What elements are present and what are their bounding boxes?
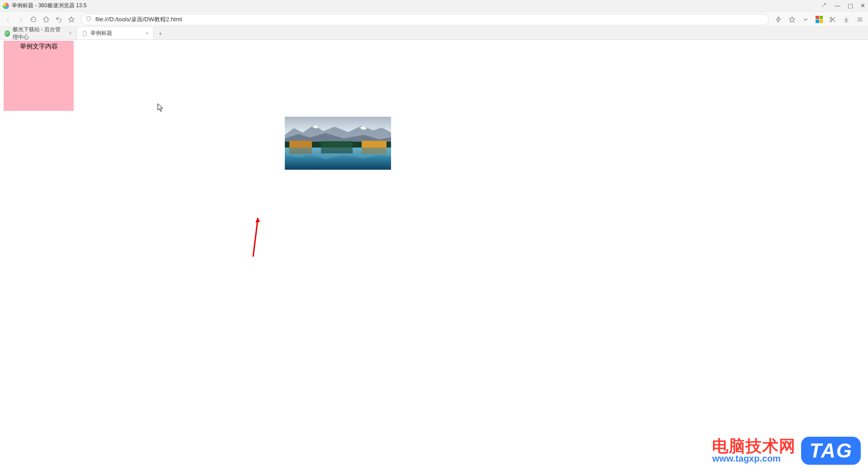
svg-rect-14	[321, 141, 353, 148]
minimize-button[interactable]: —	[835, 2, 840, 9]
wand-icon[interactable]	[821, 2, 827, 10]
tab-active[interactable]: 举例标题 ×	[77, 27, 154, 39]
watermark-url: www.tagxp.com	[712, 453, 781, 464]
menu-icon[interactable]	[856, 16, 863, 23]
page-viewport: 举例文字内容	[0, 40, 868, 472]
bookmark-star-button[interactable]	[68, 16, 75, 23]
window-title: 举例标题 - 360极速浏览器 13.5	[12, 2, 86, 10]
navbar-right	[775, 16, 863, 23]
tab-label: 举例标题	[90, 29, 112, 37]
download-icon[interactable]	[843, 16, 850, 23]
example-text: 举例文字内容	[20, 43, 58, 50]
svg-marker-20	[255, 217, 260, 223]
close-tab-icon[interactable]: ×	[146, 30, 149, 37]
new-tab-button[interactable]: +	[154, 27, 167, 39]
favicon-page-icon	[81, 30, 88, 37]
svg-rect-13	[362, 141, 387, 148]
svg-rect-12	[289, 141, 312, 148]
url-input[interactable]	[95, 16, 764, 23]
mouse-cursor-icon	[157, 103, 164, 112]
watermark-tag: TAG	[801, 437, 861, 465]
example-text-box: 举例文字内容	[4, 41, 74, 111]
svg-line-19	[253, 220, 258, 256]
svg-marker-1	[789, 17, 795, 22]
chevron-down-icon[interactable]	[802, 16, 809, 23]
tab-label: 极光下载站 - 后台管理中心	[13, 26, 66, 41]
scissors-icon[interactable]	[829, 16, 836, 23]
titlebar: 举例标题 - 360极速浏览器 13.5 — ▢ ✕	[0, 0, 868, 12]
back-button[interactable]	[5, 16, 12, 23]
watermark-title: 电脑技术网	[712, 438, 796, 455]
apps-grid-icon[interactable]	[816, 16, 823, 23]
undo-button[interactable]	[55, 16, 62, 23]
svg-rect-18	[321, 148, 353, 153]
close-button[interactable]: ✕	[860, 2, 865, 9]
svg-marker-0	[69, 17, 74, 22]
maximize-button[interactable]: ▢	[848, 2, 853, 9]
shield-icon	[85, 15, 92, 23]
landscape-image	[285, 117, 391, 170]
svg-rect-17	[362, 148, 387, 154]
tabstrip: 极光下载站 - 后台管理中心 × 举例标题 × +	[0, 27, 868, 40]
watermark: 电脑技术网 www.tagxp.com TAG	[712, 437, 861, 465]
reload-button[interactable]	[30, 16, 37, 23]
address-bar[interactable]	[80, 14, 769, 25]
svg-rect-16	[289, 148, 312, 154]
star-outline-icon[interactable]	[788, 16, 796, 23]
close-tab-icon[interactable]: ×	[69, 30, 72, 37]
forward-button[interactable]	[17, 16, 24, 23]
window-controls: — ▢ ✕	[821, 2, 865, 10]
tab-background[interactable]: 极光下载站 - 后台管理中心 ×	[0, 27, 77, 39]
navbar	[0, 12, 868, 27]
lightning-icon[interactable]	[775, 16, 782, 23]
red-arrow-annotation	[250, 216, 261, 257]
favicon-icon	[5, 30, 10, 37]
app-icon	[3, 3, 9, 9]
home-button[interactable]	[42, 16, 50, 23]
